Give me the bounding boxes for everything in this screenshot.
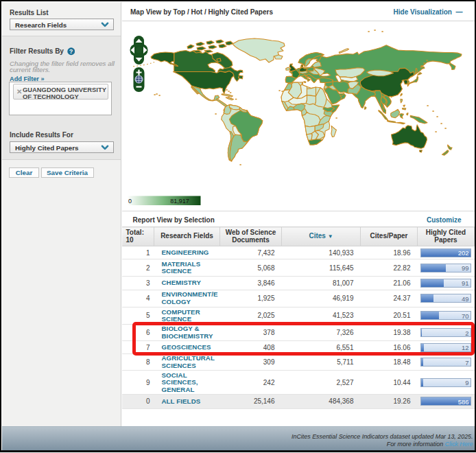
svg-text:81,917: 81,917 [170, 197, 189, 204]
svg-text:0: 0 [128, 197, 132, 204]
svg-text:?: ? [69, 48, 73, 55]
